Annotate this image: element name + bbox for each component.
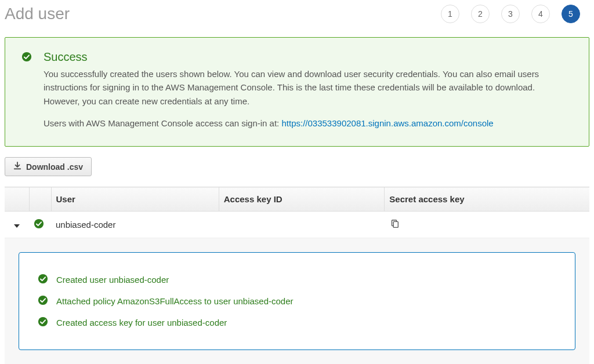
signin-url-link[interactable]: https://033533902081.signin.aws.amazon.c… [281, 118, 493, 128]
stepper: 1 2 3 4 5 [441, 5, 589, 23]
check-icon [38, 316, 48, 329]
detail-text: Created user unbiased-coder [56, 275, 169, 285]
page-title: Add user [5, 5, 70, 23]
check-icon [38, 295, 48, 307]
step-2[interactable]: 2 [471, 5, 490, 23]
svg-point-6 [38, 317, 48, 326]
step-4[interactable]: 4 [531, 5, 550, 23]
success-check-icon [21, 52, 32, 64]
step-1[interactable]: 1 [441, 5, 459, 23]
users-table: User Access key ID Secret access key unb… [5, 187, 589, 238]
expand-caret-icon[interactable] [14, 224, 20, 228]
svg-point-0 [22, 52, 31, 61]
download-csv-button[interactable]: Download .csv [5, 157, 92, 176]
success-text: You successfully created the users shown… [44, 67, 573, 108]
svg-point-1 [34, 219, 44, 228]
col-status [29, 187, 51, 212]
row-secret-access-key [385, 212, 589, 238]
check-icon [38, 274, 48, 286]
svg-rect-3 [393, 222, 398, 228]
download-icon [13, 162, 21, 172]
row-access-key-id [219, 212, 385, 238]
col-access-key-id: Access key ID [219, 187, 385, 212]
step-5[interactable]: 5 [562, 5, 580, 23]
success-title: Success [44, 50, 573, 64]
table-row: unbiased-coder [5, 212, 589, 238]
col-user: User [51, 187, 219, 212]
row-username: unbiased-coder [51, 212, 219, 238]
detail-item: Created user unbiased-coder [38, 269, 556, 290]
step-3[interactable]: 3 [501, 5, 520, 23]
svg-point-4 [38, 274, 48, 283]
success-signin-line: Users with AWS Management Console access… [44, 117, 573, 130]
download-csv-label: Download .csv [26, 162, 83, 172]
detail-panel: Created user unbiased-coder Attached pol… [5, 238, 589, 364]
svg-point-5 [38, 296, 48, 305]
detail-text: Created access key for user unbiased-cod… [56, 318, 227, 327]
col-secret-access-key: Secret access key [385, 187, 589, 212]
row-status-check-icon [34, 221, 44, 231]
success-signin-prefix: Users with AWS Management Console access… [44, 118, 281, 128]
page-header: Add user 1 2 3 4 5 [5, 5, 589, 23]
detail-text: Attached policy AmazonS3FullAccess to us… [56, 296, 294, 306]
detail-list: Created user unbiased-coder Attached pol… [38, 269, 556, 333]
col-expand [5, 187, 29, 212]
detail-item: Created access key for user unbiased-cod… [38, 312, 556, 333]
copy-icon[interactable] [389, 219, 400, 231]
success-alert: Success You successfully created the use… [5, 37, 589, 147]
detail-item: Attached policy AmazonS3FullAccess to us… [38, 290, 556, 312]
detail-box: Created user unbiased-coder Attached pol… [19, 252, 575, 350]
